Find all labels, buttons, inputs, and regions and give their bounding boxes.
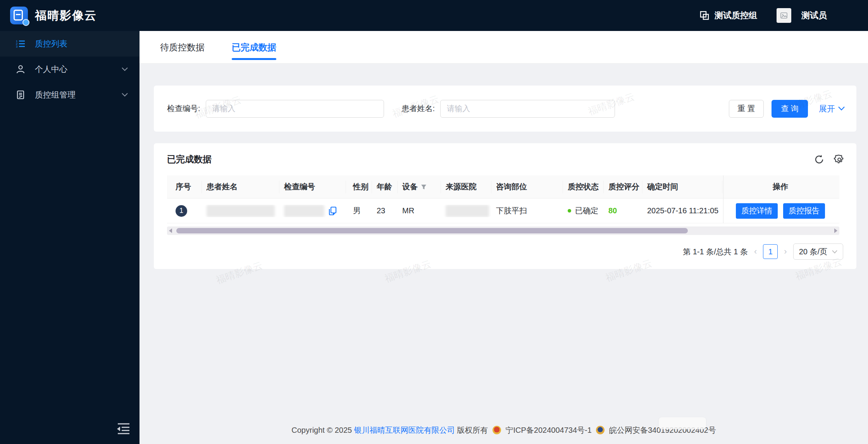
col-age: 年龄 [372,181,398,193]
sidebar-item-qc-list[interactable]: 123 质控列表 [0,31,140,57]
scroll-left-arrow[interactable] [169,228,172,233]
cell-status: 已确定 [563,206,604,216]
cell-body-part: 下肢平扫 [491,206,563,216]
user-icon [16,64,26,74]
patient-name-label: 患者姓名: [402,103,435,114]
avatar[interactable] [777,8,791,23]
table-row[interactable]: 1 男 23 MR 下肢平扫 已确定 80 2 [167,199,839,223]
chevron-down-icon [122,67,128,71]
cell-gender: 男 [346,206,372,216]
redacted-patient-name [207,205,275,217]
completed-data-table: 序号 患者姓名 检查编号 性别 年龄 设备 来源医院 咨询部位 质控状态 质控评… [167,175,839,223]
police-badge-icon [596,426,604,434]
company-link[interactable]: 银川福晴互联网医院有限公司 [354,426,455,434]
reset-button[interactable]: 重 置 [729,100,764,118]
search-button[interactable]: 查 询 [772,100,808,118]
brand[interactable]: 福晴影像云 [0,7,140,24]
table-header-row: 序号 患者姓名 检查编号 性别 年龄 设备 来源医院 咨询部位 质控状态 质控评… [167,175,839,199]
footer: Copyright © 2025 银川福晴互联网医院有限公司 版权所有 宁ICP… [140,425,868,435]
cell-age: 23 [372,206,398,215]
sidebar-item-qc-group-mgmt[interactable]: 质控组管理 [0,82,140,108]
qc-report-button[interactable]: 质控报告 [783,203,825,219]
sidebar-item-personal-center[interactable]: 个人中心 [0,57,140,82]
footer-overlay-chip [659,417,706,429]
exam-no-input[interactable] [206,100,384,118]
copyright-text: Copyright © 2025 [291,426,352,434]
qc-group-name: 测试质控组 [715,10,757,21]
sidebar-item-label: 质控列表 [35,38,67,49]
redacted-hospital [446,205,489,217]
filter-funnel-icon[interactable] [421,184,427,190]
tab-bar: 待质控数据 已完成数据 [140,31,868,63]
refresh-icon[interactable] [814,154,825,165]
col-qc-status: 质控状态 [563,181,604,193]
main-content: 待质控数据 已完成数据 检查编号: 患者姓名: 重 置 查 询 展开 已完成数据 [140,31,868,444]
col-exam-no: 检查编号 [279,181,346,193]
document-icon [16,90,26,100]
qc-detail-button[interactable]: 质控详情 [736,203,778,219]
svg-text:3: 3 [16,45,18,48]
filter-card: 检查编号: 患者姓名: 重 置 查 询 展开 [154,86,856,132]
sidebar-item-label: 质控组管理 [35,89,76,100]
cell-device: MR [398,206,441,215]
gear-icon[interactable] [834,154,845,165]
patient-name-input[interactable] [440,100,615,118]
horizontal-scrollbar[interactable] [167,226,839,235]
col-gender: 性别 [346,181,372,193]
col-patient-name: 患者姓名 [202,181,279,193]
col-consult-part: 咨询部位 [491,181,563,193]
rights-text: 版权所有 [457,426,488,434]
page-size-select[interactable]: 20 条/页 [793,243,843,260]
emblem-badge-icon [493,426,501,434]
group-switch-icon [699,10,710,21]
icp-number: 宁ICP备2024004734号-1 [505,426,591,434]
sidebar-collapse-icon[interactable] [115,422,131,435]
ordered-list-icon: 123 [16,39,26,49]
pagination: 第 1-1 条/总共 1 条 ‹ 1 › 20 条/页 [154,235,856,260]
scrollbar-thumb[interactable] [176,228,688,233]
col-source-hospital: 来源医院 [441,181,491,193]
sidebar: 123 质控列表 个人中心 质控组管理 [0,31,140,444]
cell-confirm-time: 2025-07-16 11:21:05 [642,206,722,215]
page: 福晴影像云 测试质控组 测试员 123 质控列表 [0,0,868,444]
cell-score: 80 [608,206,617,215]
top-header: 福晴影像云 测试质控组 测试员 [0,0,868,31]
sidebar-item-label: 个人中心 [35,64,67,75]
col-actions: 操作 [722,181,839,193]
panel-title: 已完成数据 [167,153,212,165]
pagination-summary: 第 1-1 条/总共 1 条 [683,247,748,257]
page-number[interactable]: 1 [763,244,778,259]
qc-group-switcher[interactable]: 测试质控组 [699,10,757,21]
image-placeholder-icon [780,12,787,19]
completed-data-card: 已完成数据 序号 患者姓名 检查编号 性别 年龄 [154,143,856,269]
chevron-down-icon [122,93,128,97]
tab-pending-data[interactable]: 待质控数据 [160,31,205,63]
exam-no-label: 检查编号: [167,103,200,114]
prev-page-icon[interactable]: ‹ [754,247,757,257]
col-qc-score: 质控评分 [604,181,642,193]
scroll-right-arrow[interactable] [834,228,837,233]
row-seq-badge: 1 [176,205,187,217]
expand-toggle[interactable]: 展开 [819,103,845,114]
user-name[interactable]: 测试员 [801,10,827,21]
next-page-icon[interactable]: › [784,247,787,257]
col-seq: 序号 [167,181,202,193]
col-confirm-time: 确定时间 [642,181,722,193]
chevron-down-icon [838,106,845,111]
chevron-down-icon [832,250,837,254]
copy-icon[interactable] [328,206,337,216]
app-title: 福晴影像云 [35,8,97,24]
tab-completed-data[interactable]: 已完成数据 [232,31,276,63]
fixed-column-divider [723,175,723,223]
col-device: 设备 [398,181,441,193]
status-dot [568,209,571,213]
app-logo-icon [10,7,28,24]
redacted-exam-no [284,205,324,217]
